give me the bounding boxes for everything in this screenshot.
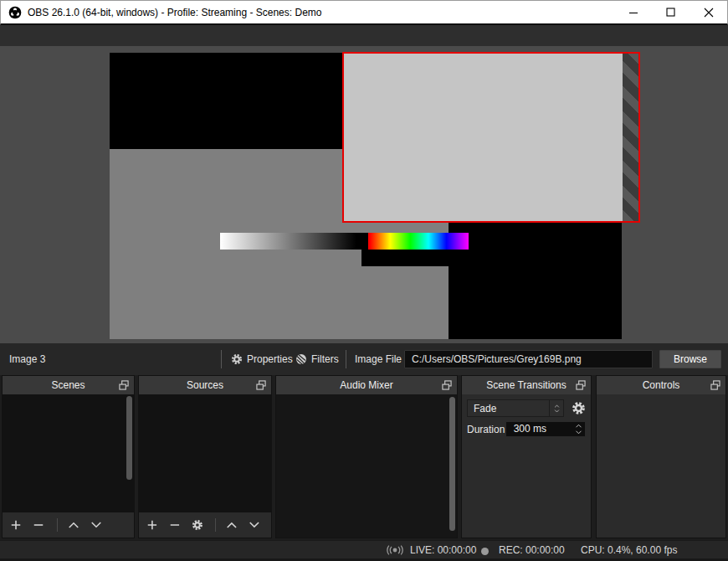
hue-gradient	[368, 233, 469, 250]
wedge-black-area	[361, 250, 469, 266]
sources-title-label: Sources	[187, 379, 223, 391]
audio-mixer-body	[276, 394, 457, 538]
duration-label: Duration	[467, 424, 505, 435]
sources-panel: Sources	[138, 375, 272, 538]
properties-button[interactable]: Properties	[231, 343, 293, 375]
source-black-rect-bottomright[interactable]	[449, 222, 622, 339]
dock-float-icon[interactable]	[119, 380, 129, 390]
scenes-scrollbar[interactable]	[126, 396, 132, 480]
dock-float-icon[interactable]	[710, 380, 720, 390]
dock-float-icon[interactable]	[256, 380, 266, 390]
controls-panel: Controls	[596, 375, 726, 538]
add-scene-button[interactable]	[10, 519, 22, 531]
window-title: OBS 26.1.0 (64-bit, windows) - Profile: …	[28, 7, 321, 18]
minimize-button[interactable]	[614, 1, 652, 23]
toolbar-separator	[215, 518, 216, 532]
move-source-up-button[interactable]	[226, 519, 238, 531]
minimize-icon	[628, 8, 638, 18]
move-scene-up-button[interactable]	[68, 519, 79, 531]
chevron-down-icon	[575, 430, 582, 435]
sources-panel-title[interactable]: Sources	[139, 376, 271, 394]
filters-button[interactable]: Filters	[295, 343, 339, 375]
title-bar[interactable]: OBS 26.1.0 (64-bit, windows) - Profile: …	[0, 0, 728, 25]
add-source-button[interactable]	[146, 519, 158, 531]
audio-mixer-panel-title[interactable]: Audio Mixer	[276, 376, 457, 394]
grayscale-gradient	[220, 233, 368, 250]
duration-increase-button[interactable]	[572, 422, 585, 430]
filters-label: Filters	[311, 353, 339, 365]
filter-icon	[295, 353, 307, 365]
scene-transitions-title-label: Scene Transitions	[486, 379, 566, 391]
live-broadcast-icon	[385, 545, 405, 555]
scene-transitions-body: Fade Duration 300 ms	[462, 394, 591, 538]
close-button[interactable]	[690, 1, 727, 23]
transition-selected-value: Fade	[468, 403, 549, 414]
menu-bar	[0, 25, 728, 46]
controls-body	[597, 394, 725, 538]
source-properties-button[interactable]	[192, 519, 203, 531]
obs-logo-icon	[8, 6, 22, 19]
selected-source-label: Image 3	[9, 343, 45, 375]
move-scene-down-button[interactable]	[90, 519, 102, 531]
move-source-down-button[interactable]	[249, 519, 260, 531]
toolbar-separator	[57, 518, 58, 532]
scenes-title-label: Scenes	[51, 379, 85, 391]
window-controls	[614, 1, 727, 23]
selection-bounding-box[interactable]	[342, 52, 640, 223]
maximize-icon	[666, 8, 675, 17]
cpu-status: CPU: 0.4%, 60.00 fps	[581, 541, 677, 559]
transition-properties-button[interactable]	[572, 401, 586, 415]
mixer-scrollbar[interactable]	[449, 397, 455, 531]
status-bar: LIVE: 00:00:00 REC: 00:00:00 CPU: 0.4%, …	[0, 540, 728, 561]
dock-float-icon[interactable]	[576, 380, 586, 390]
scenes-panel-title[interactable]: Scenes	[3, 376, 134, 394]
chevron-up-icon	[575, 424, 582, 428]
scene-transitions-panel-title[interactable]: Scene Transitions	[462, 376, 591, 394]
dock-area: Scenes Sources	[0, 375, 728, 540]
duration-decrease-button[interactable]	[572, 430, 585, 437]
transition-select-arrows[interactable]	[549, 400, 563, 416]
properties-label: Properties	[247, 353, 293, 365]
scenes-list	[3, 394, 134, 512]
source-toolbar: Image 3 Properties Filters Image File Br…	[0, 343, 728, 375]
controls-panel-title[interactable]: Controls	[597, 376, 725, 394]
toolbar-separator	[221, 350, 222, 368]
maximize-button[interactable]	[652, 1, 690, 23]
duration-value: 300 ms	[506, 422, 572, 436]
rec-status: REC: 00:00:00	[499, 541, 565, 559]
close-icon	[704, 8, 714, 18]
chevron-down-icon	[554, 409, 560, 413]
toolbar-separator	[346, 350, 346, 368]
audio-mixer-panel: Audio Mixer	[275, 375, 458, 538]
remove-scene-button[interactable]	[33, 519, 44, 531]
controls-title-label: Controls	[643, 379, 680, 391]
scenes-panel: Scenes	[2, 375, 135, 538]
image-file-input[interactable]	[404, 350, 653, 368]
image-file-label: Image File	[355, 343, 402, 375]
recording-dot-icon	[481, 548, 489, 555]
transition-select[interactable]: Fade	[467, 399, 564, 417]
audio-mixer-title-label: Audio Mixer	[340, 379, 392, 391]
live-status: LIVE: 00:00:00	[410, 541, 476, 559]
remove-source-button[interactable]	[169, 519, 181, 531]
browse-button[interactable]: Browse	[659, 350, 721, 368]
dock-float-icon[interactable]	[442, 380, 452, 390]
preview-canvas[interactable]	[0, 46, 728, 343]
duration-spinbox[interactable]: 300 ms	[505, 421, 586, 437]
chevron-up-icon	[554, 404, 560, 408]
sources-list	[139, 394, 271, 512]
scene-transitions-panel: Scene Transitions Fade Duration	[461, 375, 592, 538]
sources-toolbar	[139, 512, 271, 538]
scenes-toolbar	[3, 512, 134, 538]
gear-icon	[231, 353, 243, 365]
